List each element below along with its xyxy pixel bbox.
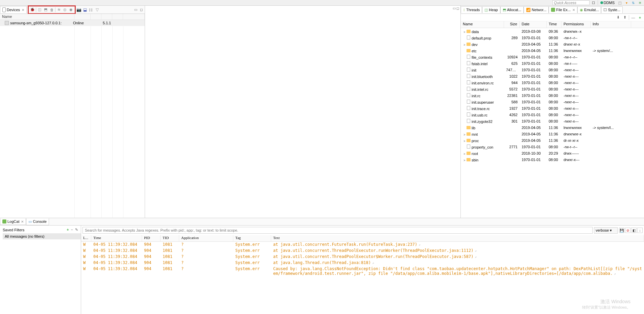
tab-console[interactable]: ▭Console [26, 218, 49, 225]
clear-log-icon[interactable]: ⊘ [625, 228, 630, 233]
tab-threads[interactable]: ⫶Threads [461, 6, 482, 13]
file-row[interactable]: >root2018-10-3020:29drwx------ [461, 150, 644, 156]
hierarchy-icon[interactable]: ⬚ [617, 0, 622, 5]
file-row[interactable]: etc2019-04-0511:36lrwxrwxrwx-> system/..… [461, 47, 644, 54]
file-row[interactable]: init.usb.rc42621970-01-0108:00-rwxr-x--- [461, 111, 644, 118]
file-row[interactable]: default.prop2891970-01-0108:00-rw-r--r-- [461, 34, 644, 41]
column-info[interactable]: Info [591, 21, 631, 28]
column-time[interactable]: Time [91, 235, 142, 241]
column-name[interactable]: Name [461, 21, 504, 28]
perspective-ddms-button[interactable]: DDMS [599, 0, 616, 5]
expand-icon[interactable]: > [463, 159, 466, 162]
dropdown-icon[interactable]: ▽ [94, 7, 100, 12]
file-row[interactable]: property_con27711970-01-0108:00-rw-r--r-… [461, 143, 644, 150]
minimize-icon[interactable]: ▭ [453, 6, 456, 10]
start-method-profiling-icon[interactable]: ◎ [62, 7, 68, 13]
delete-icon[interactable]: — [630, 15, 636, 20]
log-table[interactable]: L... Time PID TID Application Tag Text W… [81, 235, 644, 314]
push-file-icon[interactable]: ⬆ [622, 15, 627, 20]
column-permissions[interactable]: Permissions [562, 21, 591, 28]
toolbar-bug-icon[interactable]: ✳ [637, 0, 643, 5]
tab-heap[interactable]: ◫Heap [482, 6, 500, 13]
systrace-icon[interactable]: ⫿⫿ [88, 7, 94, 12]
file-row[interactable]: init.environ.rc9441970-01-0108:00-rwxr-x… [461, 79, 644, 86]
close-icon[interactable]: ✕ [21, 220, 24, 224]
file-row[interactable]: init.zygote323011970-01-0108:00-rwxr-x--… [461, 118, 644, 124]
log-row[interactable]: W04-05 11:39:32.0849041081?System.errat … [81, 260, 644, 266]
close-icon[interactable]: ✕ [22, 8, 24, 12]
file-explorer-table[interactable]: Name Size Date Time Permissions Info >da… [461, 21, 644, 218]
tab-emulator[interactable]: ◉Emulat... [577, 6, 601, 13]
file-row[interactable]: >data2019-03-0809:36drwxrwx--x [461, 28, 644, 34]
expand-icon[interactable]: > [463, 30, 466, 34]
remove-filter-icon[interactable]: − [70, 228, 74, 232]
tab-logcat[interactable]: LogCat✕ [0, 218, 26, 225]
resource-icon[interactable]: ▾ [624, 0, 629, 5]
quick-access-input[interactable]: Quick Access [552, 0, 590, 5]
cause-gc-icon[interactable]: 🗑 [49, 7, 55, 13]
open-perspective-icon[interactable]: ☐ [591, 0, 596, 5]
display-filters-icon[interactable]: ◧ [631, 228, 637, 233]
file-row[interactable]: init.rc223811970-01-0108:00-rwxr-x--- [461, 92, 644, 99]
expand-icon[interactable]: > [463, 139, 466, 143]
dump-view-icon[interactable]: ⬓ [82, 7, 88, 12]
edit-filter-icon[interactable]: ✎ [74, 228, 79, 232]
column-time[interactable]: Time [547, 21, 562, 28]
editor-area: ▭ ◻ [145, 6, 461, 218]
maximize-icon[interactable]: ◻ [139, 7, 144, 12]
column-tag[interactable]: Tag [233, 235, 271, 241]
stop-process-icon[interactable]: ◉ [68, 7, 74, 13]
log-row[interactable]: W04-05 11:39:32.0849041081?System.errCau… [81, 266, 644, 276]
file-row[interactable]: fstab.intel6251970-01-0108:00-rw-r----- [461, 60, 644, 67]
log-level-select[interactable]: verbose ▾ [594, 227, 618, 234]
tab-file-explorer[interactable]: File Ex...✕ [549, 6, 577, 13]
log-row[interactable]: W04-05 11:39:32.0849041081?System.errat … [81, 248, 644, 254]
column-tid[interactable]: TID [161, 235, 179, 241]
column-pid[interactable]: PID [142, 235, 161, 241]
column-application[interactable]: Application [179, 235, 233, 241]
close-icon[interactable]: ✕ [572, 8, 575, 12]
column-date[interactable]: Date [520, 21, 547, 28]
screenshot-icon[interactable]: 📷 [76, 7, 82, 12]
filter-all-messages[interactable]: All messages (no filters) [3, 233, 81, 239]
tab-allocation[interactable]: ⬒Allocat... [500, 6, 524, 13]
expand-icon[interactable]: > [463, 152, 466, 156]
column-level[interactable]: L... [81, 235, 91, 241]
file-row[interactable]: init.bluetooth10221970-01-0108:00-rwxr-x… [461, 73, 644, 79]
log-row[interactable]: W04-05 11:39:32.0849041081?System.errat … [81, 254, 644, 260]
update-heap-icon[interactable]: ◫ [37, 7, 43, 13]
scroll-lock-icon[interactable]: ↓ [637, 228, 643, 233]
file-row[interactable]: >dev2019-04-0511:36drwxr-xr-x [461, 41, 644, 47]
save-log-icon[interactable]: 💾 [619, 228, 624, 233]
add-filter-icon[interactable]: + [66, 228, 69, 232]
update-threads-icon[interactable]: ≋ [56, 7, 62, 13]
column-size[interactable]: Size [504, 21, 520, 28]
tab-network[interactable]: 📶Networ... [524, 6, 549, 13]
file-row[interactable]: >sbin1970-01-0108:00drwxr-x--- [461, 156, 644, 163]
new-folder-icon[interactable]: + [637, 15, 643, 20]
file-row[interactable]: >mnt2019-04-0511:36drwxrwxr-x [461, 131, 644, 137]
expand-icon[interactable]: > [463, 133, 466, 136]
file-row[interactable]: lib2019-04-0511:36lrwxrwxrwx-> system/l.… [461, 124, 644, 131]
team-sync-icon[interactable]: ⇅ [630, 0, 636, 5]
maximize-icon[interactable]: ◻ [456, 6, 459, 10]
column-text[interactable]: Text [271, 235, 644, 241]
file-row[interactable]: init7478481970-01-0108:00-rwxr-x--- [461, 67, 644, 73]
log-search-input[interactable] [82, 227, 593, 234]
file-row[interactable]: init.superuser5881970-01-0108:00-rwxr-x-… [461, 99, 644, 105]
device-row[interactable]: samsung-sm_g9350-127.0.0.1: Online 5.1.1 [0, 20, 145, 26]
debug-icon[interactable]: 🐞 [29, 7, 35, 13]
devices-list[interactable] [0, 26, 145, 218]
tab-system[interactable]: ☐Syste... [601, 6, 623, 13]
column-name[interactable]: Name [0, 14, 74, 20]
file-row[interactable]: >proc2019-04-0511:36dr-xr-xr-x [461, 137, 644, 143]
tab-devices[interactable]: Devices ✕ [0, 6, 27, 13]
log-row[interactable]: W04-05 11:39:32.0849041081?System.errat … [81, 242, 644, 248]
pull-file-icon[interactable]: ⬇ [615, 15, 621, 20]
expand-icon[interactable]: > [463, 43, 466, 47]
file-row[interactable]: init.trace.rc19271970-01-0108:00-rwxr-x-… [461, 105, 644, 111]
file-row[interactable]: file_contexts109241970-01-0108:00-rw-r--… [461, 54, 644, 60]
dump-hprof-icon[interactable]: ⬒ [43, 7, 49, 13]
file-row[interactable]: init.intel.rc55721970-01-0108:00-rwxr-x-… [461, 86, 644, 92]
minimize-icon[interactable]: ▭ [133, 7, 138, 12]
